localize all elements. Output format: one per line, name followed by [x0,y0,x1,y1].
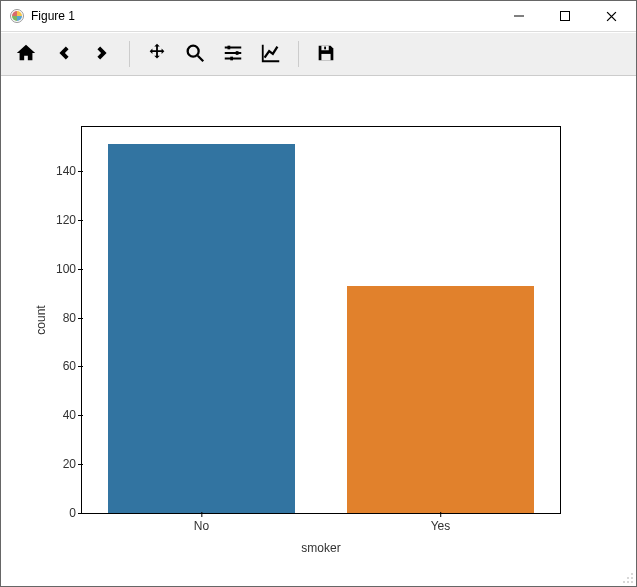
toolbar [1,32,636,76]
y-tick: 120 [36,213,82,227]
y-tick: 80 [36,311,82,325]
home-icon [15,42,37,67]
maximize-button[interactable] [542,1,588,31]
y-tick: 40 [36,408,82,422]
figure-window: Figure 1 [0,0,637,587]
save-icon [315,42,337,67]
x-tick: No [194,513,209,533]
configure-subplots-button[interactable] [214,36,252,72]
figure-canvas[interactable]: count smoker 020406080100120140NoYes [1,76,636,586]
bar-no [108,144,294,513]
arrow-right-icon [91,42,113,67]
forward-button[interactable] [83,36,121,72]
save-button[interactable] [307,36,345,72]
svg-rect-4 [236,51,239,55]
back-button[interactable] [45,36,83,72]
y-tick: 0 [36,506,82,520]
svg-rect-3 [228,45,231,49]
svg-point-13 [627,581,629,583]
window-title: Figure 1 [31,9,75,23]
pan-button[interactable] [138,36,176,72]
move-icon [146,42,168,67]
bar-yes [347,286,533,513]
toolbar-separator [298,41,299,67]
y-tick: 20 [36,457,82,471]
home-button[interactable] [7,36,45,72]
resize-grip-icon[interactable] [622,572,634,584]
plot-area [82,127,560,513]
svg-point-9 [631,573,633,575]
app-icon [9,8,25,24]
minimize-button[interactable] [496,1,542,31]
svg-rect-5 [230,56,233,60]
svg-rect-1 [561,12,570,21]
svg-point-10 [631,577,633,579]
x-axis-label: smoker [301,541,340,555]
close-button[interactable] [588,1,634,31]
y-tick: 60 [36,359,82,373]
toolbar-separator [129,41,130,67]
chart-axes: count smoker 020406080100120140NoYes [81,126,561,514]
search-icon [184,42,206,67]
svg-rect-8 [324,46,326,49]
svg-point-14 [623,581,625,583]
svg-rect-7 [321,53,330,59]
titlebar: Figure 1 [1,1,636,32]
zoom-button[interactable] [176,36,214,72]
svg-point-11 [627,577,629,579]
y-tick: 140 [36,164,82,178]
svg-point-2 [188,45,199,56]
edit-axes-button[interactable] [252,36,290,72]
svg-point-12 [631,581,633,583]
y-tick: 100 [36,262,82,276]
x-tick: Yes [431,513,451,533]
chart-line-icon [260,42,282,67]
sliders-icon [222,42,244,67]
arrow-left-icon [53,42,75,67]
